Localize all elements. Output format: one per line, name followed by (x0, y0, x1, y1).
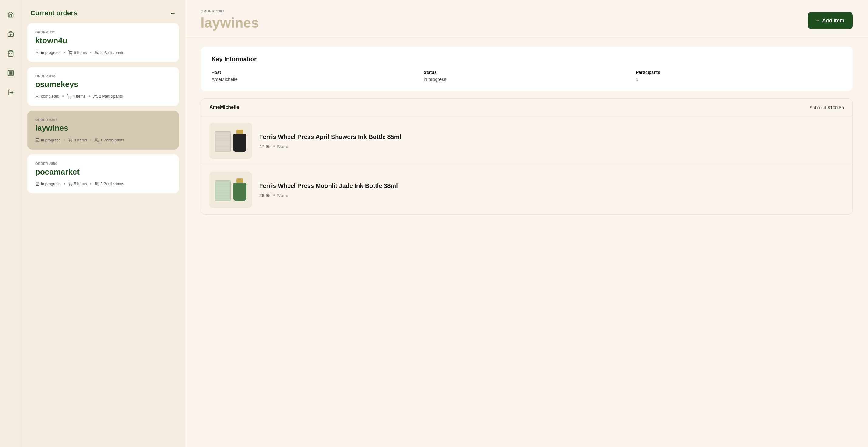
order-number: ORDER #12 (35, 74, 171, 78)
svg-point-18 (94, 95, 96, 96)
participants-count: 2 Participants (95, 50, 124, 55)
product-info-1: Ferris Wheel Press April Showers Ink Bot… (259, 133, 401, 149)
items-label: 5 Items (74, 182, 87, 186)
orders-list: ORDER #11 ktown4u in progress 6 Items 2 … (21, 23, 185, 447)
order-meta: in progress 3 Items 1 Participants (35, 138, 171, 142)
status-icon: in progress (35, 50, 60, 55)
svg-point-25 (71, 185, 72, 185)
price-value-1: 47.95 (259, 144, 271, 149)
add-item-button[interactable]: + Add item (808, 12, 853, 29)
host-field: Host AmeMichelle (212, 70, 417, 82)
order-card-397[interactable]: ORDER #397 laywines in progress 3 Items … (27, 111, 179, 150)
subtotal: Subtotal:$100.85 (810, 105, 844, 110)
items-label: 6 Items (74, 50, 87, 55)
product-item-1: Ferris Wheel Press April Showers Ink Bot… (201, 116, 852, 166)
participants-count: 2 Participants (93, 94, 123, 98)
participants-label: Participants (636, 70, 842, 75)
variant-value-1: None (277, 144, 288, 149)
main-panel: ORDER #397 laywines + Add item Key Infor… (185, 0, 868, 447)
order-number: ORDER #11 (35, 30, 171, 34)
main-order-label: ORDER #397 (200, 9, 259, 13)
svg-point-26 (95, 182, 97, 184)
product-image-2 (209, 172, 252, 208)
status-label: in progress (41, 138, 60, 142)
order-number: ORDER #850 (35, 162, 171, 166)
host-label: Host (212, 70, 417, 75)
participants-label: 1 Participants (100, 138, 124, 142)
subtotal-label: Subtotal: (810, 105, 828, 110)
sidebar-title: Current orders (30, 9, 77, 17)
key-info-title: Key Information (212, 56, 842, 63)
order-name: pocamarket (35, 167, 171, 177)
status-label: in progress (41, 50, 60, 55)
order-meta: in progress 5 Items 3 Participants (35, 182, 171, 186)
barcode-icon[interactable] (5, 67, 16, 79)
items-count: 6 Items (68, 50, 87, 55)
host-value: AmeMichelle (212, 77, 417, 82)
status-icon: completed (35, 94, 59, 98)
header-left: ORDER #397 laywines (200, 9, 259, 31)
participants-label: 2 Participants (99, 94, 123, 98)
svg-point-21 (71, 141, 72, 142)
info-grid: Host AmeMichelle Status in progress Part… (212, 70, 842, 82)
sidebar-header: Current orders ← (21, 0, 185, 23)
status-icon: in progress (35, 138, 60, 142)
participants-count: 3 Participants (95, 182, 124, 186)
items-label: 3 Items (74, 138, 87, 142)
svg-point-13 (71, 54, 72, 54)
box-icon[interactable] (5, 29, 16, 39)
main-header: ORDER #397 laywines + Add item (185, 0, 868, 37)
orders-sidebar: Current orders ← ORDER #11 ktown4u in pr… (21, 0, 185, 447)
participant-header: AmeMichelle Subtotal:$100.85 (201, 98, 852, 116)
participants-count: 1 Participants (95, 138, 124, 142)
status-label: completed (41, 94, 59, 98)
status-field: Status in progress (424, 70, 630, 82)
participant-name: AmeMichelle (209, 105, 239, 110)
order-name: ktown4u (35, 36, 171, 45)
variant-value-2: None (277, 193, 288, 198)
participants-field: Participants 1 (636, 70, 842, 82)
subtotal-value: $100.85 (828, 105, 844, 110)
status-icon: in progress (35, 182, 60, 186)
order-number: ORDER #397 (35, 118, 171, 122)
home-icon[interactable] (5, 9, 16, 20)
order-meta: completed 4 Items 2 Participants (35, 94, 171, 98)
items-count: 4 Items (67, 94, 86, 98)
items-count: 5 Items (68, 182, 87, 186)
back-button[interactable]: ← (170, 10, 176, 17)
order-name: osumekeys (35, 80, 171, 89)
main-body: Key Information Host AmeMichelle Status … (185, 37, 868, 224)
participant-section: AmeMichelle Subtotal:$100.85 (200, 98, 853, 215)
plus-icon: + (816, 17, 820, 24)
price-dot-1 (273, 145, 275, 147)
participants-label: 3 Participants (100, 182, 124, 186)
order-meta: in progress 6 Items 2 Participants (35, 50, 171, 55)
svg-point-22 (95, 138, 97, 140)
main-order-name: laywines (200, 14, 259, 31)
participants-value: 1 (636, 77, 842, 82)
product-name-2: Ferris Wheel Press Moonlit Jade Ink Bott… (259, 182, 398, 190)
nav-sidebar (0, 0, 21, 447)
price-dot-2 (273, 194, 275, 196)
price-value-2: 29.95 (259, 193, 271, 198)
product-price-2: 29.95 None (259, 193, 398, 198)
product-info-2: Ferris Wheel Press Moonlit Jade Ink Bott… (259, 182, 398, 198)
product-price-1: 47.95 None (259, 144, 401, 149)
participants-label: 2 Participants (100, 50, 124, 55)
order-name: laywines (35, 123, 171, 133)
items-label: 4 Items (73, 94, 86, 98)
product-image-1 (209, 123, 252, 159)
status-value: in progress (424, 77, 630, 82)
product-item-2: Ferris Wheel Press Moonlit Jade Ink Bott… (201, 166, 852, 214)
product-name-1: Ferris Wheel Press April Showers Ink Bot… (259, 133, 401, 141)
status-label: in progress (41, 182, 60, 186)
add-item-label: Add item (822, 18, 844, 24)
order-card-850[interactable]: ORDER #850 pocamarket in progress 5 Item… (27, 154, 179, 193)
logout-icon[interactable] (5, 87, 16, 98)
order-card-12[interactable]: ORDER #12 osumekeys completed 4 Items 2 … (27, 67, 179, 106)
key-info-card: Key Information Host AmeMichelle Status … (200, 47, 853, 91)
status-label: Status (424, 70, 630, 75)
items-count: 3 Items (68, 138, 87, 142)
basket-icon[interactable] (5, 48, 16, 59)
order-card-11[interactable]: ORDER #11 ktown4u in progress 6 Items 2 … (27, 23, 179, 62)
